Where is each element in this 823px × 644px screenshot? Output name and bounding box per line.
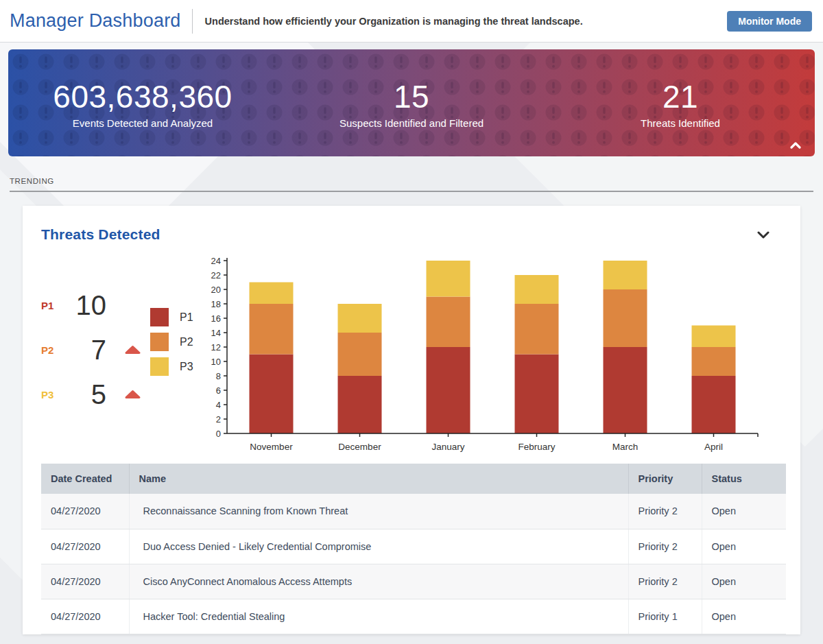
stat-events-value: 603,638,360 bbox=[8, 80, 277, 115]
banner-collapse-button[interactable] bbox=[787, 137, 804, 154]
y-axis-label-20: 20 bbox=[211, 285, 221, 295]
stat-threats: 21 Threats Identified bbox=[546, 77, 815, 129]
priority-summary: P1 10 P2 7 P3 5 bbox=[41, 289, 141, 423]
legend-swatch-p1 bbox=[150, 308, 169, 326]
cell-priority: Priority 1 bbox=[628, 599, 702, 634]
legend-item-p1: P1 bbox=[150, 308, 193, 326]
stat-threats-value: 21 bbox=[546, 80, 815, 115]
p2-trend-up-icon bbox=[124, 345, 141, 355]
header-divider bbox=[192, 9, 193, 34]
x-axis-label-december: December bbox=[338, 442, 381, 452]
bar-p2-december[interactable] bbox=[338, 333, 382, 376]
y-axis-label-4: 4 bbox=[216, 400, 221, 410]
y-axis-label-0: 0 bbox=[216, 429, 221, 439]
threats-table: Date Created Name Priority Status 04/27/… bbox=[41, 464, 786, 634]
bar-p3-november[interactable] bbox=[250, 283, 294, 305]
bar-p1-february[interactable] bbox=[515, 355, 559, 434]
bar-p2-april[interactable] bbox=[692, 347, 736, 376]
p2-label: P2 bbox=[41, 344, 62, 356]
bar-p1-january[interactable] bbox=[427, 347, 470, 433]
priority-summary-p3: P3 5 bbox=[41, 379, 141, 410]
legend-label-p1: P1 bbox=[180, 311, 193, 324]
cell-name[interactable]: Reconnaissance Scanning from Known Threa… bbox=[129, 494, 628, 529]
trending-divider bbox=[10, 191, 813, 192]
cell-name[interactable]: Hacker Tool: Credential Stealing bbox=[129, 599, 628, 634]
p1-label: P1 bbox=[41, 300, 62, 311]
column-header-priority[interactable]: Priority bbox=[628, 464, 702, 494]
stat-threats-label: Threats Identified bbox=[546, 117, 815, 129]
table-row[interactable]: 04/27/2020 Cisco AnyConnect Anomalous Ac… bbox=[41, 564, 786, 599]
bar-p2-november[interactable] bbox=[250, 304, 294, 355]
threats-stacked-bar-chart: NovemberDecemberJanuaryFebruaryMarchApri… bbox=[202, 254, 767, 464]
x-axis-label-january: January bbox=[431, 442, 464, 452]
y-axis-label-18: 18 bbox=[211, 299, 221, 309]
legend-swatch-p3 bbox=[150, 357, 169, 376]
priority-summary-p2: P2 7 bbox=[41, 334, 141, 366]
legend-label-p2: P2 bbox=[180, 336, 193, 348]
y-axis-label-16: 16 bbox=[211, 313, 221, 324]
cell-priority: Priority 2 bbox=[628, 529, 702, 564]
page-subtitle: Understand how efficiently your Organiza… bbox=[205, 16, 583, 27]
y-axis-label-22: 22 bbox=[211, 270, 221, 281]
legend-item-p2: P2 bbox=[150, 333, 193, 351]
bar-p3-april[interactable] bbox=[692, 326, 736, 348]
cell-date: 04/27/2020 bbox=[41, 599, 129, 634]
bar-p1-december[interactable] bbox=[338, 376, 382, 433]
stat-suspects-value: 15 bbox=[277, 80, 546, 115]
stat-suspects: 15 Suspects Identified and Filtered bbox=[277, 77, 546, 129]
monitor-mode-button[interactable]: Monitor Mode bbox=[727, 11, 812, 32]
bar-p1-march[interactable] bbox=[604, 347, 647, 433]
x-axis-label-february: February bbox=[518, 442, 555, 452]
bar-p3-march[interactable] bbox=[604, 261, 647, 289]
legend-label-p3: P3 bbox=[180, 361, 193, 373]
stat-suspects-label: Suspects Identified and Filtered bbox=[277, 117, 546, 129]
table-header-row: Date Created Name Priority Status bbox=[41, 464, 786, 494]
cell-name[interactable]: Duo Access Denied - Likely Credential Co… bbox=[129, 529, 628, 564]
table-row[interactable]: 04/27/2020 Reconnaissance Scanning from … bbox=[41, 494, 786, 529]
cell-priority: Priority 2 bbox=[628, 564, 702, 599]
p2-value: 7 bbox=[62, 335, 106, 366]
x-axis-label-november: November bbox=[250, 442, 293, 452]
bar-p2-february[interactable] bbox=[515, 304, 559, 355]
card-header: Threats Detected bbox=[23, 206, 800, 247]
bar-p3-december[interactable] bbox=[338, 304, 382, 333]
bar-p3-january[interactable] bbox=[427, 261, 470, 297]
cell-status: Open bbox=[702, 564, 786, 599]
x-axis-label-april: April bbox=[704, 442, 723, 452]
chart-section: P1 10 P2 7 P3 5 bbox=[23, 247, 800, 464]
bar-p1-april[interactable] bbox=[692, 376, 736, 433]
table-row[interactable]: 04/27/2020 Duo Access Denied - Likely Cr… bbox=[41, 529, 786, 564]
column-header-date-created[interactable]: Date Created bbox=[41, 464, 129, 494]
cell-date: 04/27/2020 bbox=[41, 494, 129, 529]
y-axis-label-12: 12 bbox=[211, 342, 221, 353]
chevron-down-icon bbox=[757, 231, 770, 239]
stat-events: 603,638,360 Events Detected and Analyzed bbox=[8, 77, 277, 129]
cell-status: Open bbox=[702, 529, 786, 564]
table-row[interactable]: 04/27/2020 Hacker Tool: Credential Steal… bbox=[41, 599, 786, 634]
y-axis-label-14: 14 bbox=[211, 328, 221, 338]
cell-status: Open bbox=[702, 494, 786, 529]
x-axis-label-march: March bbox=[612, 442, 639, 452]
page-title: Manager Dashboard bbox=[10, 10, 181, 32]
cell-date: 04/27/2020 bbox=[41, 564, 129, 599]
stats-banner: 603,638,360 Events Detected and Analyzed… bbox=[8, 49, 815, 156]
cell-name[interactable]: Cisco AnyConnect Anomalous Access Attemp… bbox=[129, 564, 628, 599]
legend-item-p3: P3 bbox=[150, 357, 193, 376]
priority-summary-p1: P1 10 bbox=[41, 289, 141, 321]
p1-value: 10 bbox=[62, 290, 106, 321]
p3-trend-up-icon bbox=[124, 390, 141, 399]
card-collapse-button[interactable] bbox=[757, 231, 770, 239]
bar-p1-november[interactable] bbox=[250, 355, 294, 434]
cell-date: 04/27/2020 bbox=[41, 529, 129, 564]
y-axis-label-10: 10 bbox=[211, 357, 221, 367]
app-header: Manager Dashboard Understand how efficie… bbox=[0, 0, 823, 43]
bar-p2-march[interactable] bbox=[604, 289, 647, 347]
y-axis-label-2: 2 bbox=[216, 414, 221, 425]
card-title: Threats Detected bbox=[41, 226, 160, 243]
column-header-status[interactable]: Status bbox=[702, 464, 786, 494]
column-header-name[interactable]: Name bbox=[129, 464, 628, 494]
bar-p3-february[interactable] bbox=[515, 275, 559, 304]
cell-priority: Priority 2 bbox=[628, 494, 702, 529]
bar-p2-january[interactable] bbox=[427, 297, 470, 348]
trending-label: TRENDING bbox=[10, 177, 813, 185]
